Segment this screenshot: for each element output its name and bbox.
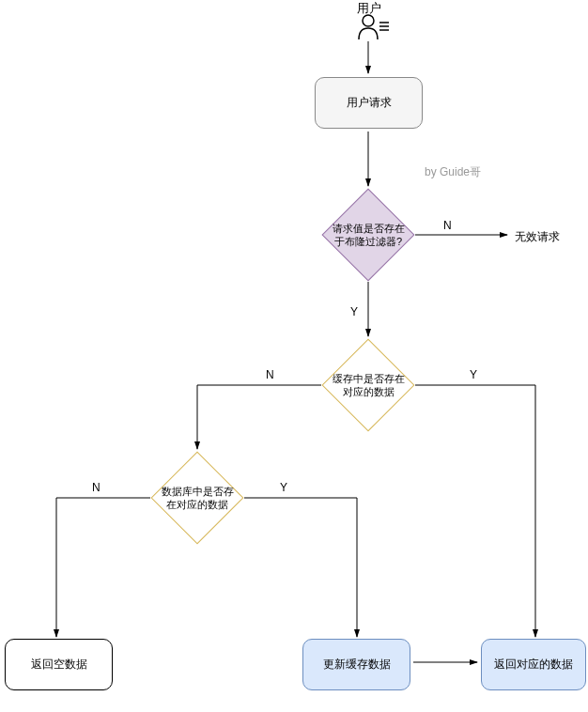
credit-text: by Guide哥 [425, 164, 481, 180]
node-update-cache: 更新缓存数据 [302, 639, 410, 690]
edge-label-yes: Y [470, 368, 477, 381]
edge-label-no: N [266, 368, 274, 381]
node-text: 用户请求 [347, 96, 392, 111]
edge-label-yes: Y [280, 481, 287, 494]
node-text: 返回对应的数据 [494, 658, 573, 673]
node-cache-check: 缓存中是否存在对应的数据 [321, 338, 415, 432]
node-text: 数据库中是否存在对应的数据 [150, 451, 244, 545]
node-user-request: 用户请求 [315, 77, 423, 129]
flowchart-connectors [0, 0, 588, 712]
node-db-check: 数据库中是否存在对应的数据 [150, 451, 244, 545]
actor-user: 用户 [357, 2, 395, 43]
node-return-empty: 返回空数据 [5, 639, 113, 690]
edge-label-yes: Y [350, 305, 358, 318]
edge-label-no: N [92, 481, 101, 494]
node-return-data: 返回对应的数据 [481, 639, 586, 690]
node-text: 更新缓存数据 [323, 658, 391, 673]
node-text: 缓存中是否存在对应的数据 [321, 338, 415, 432]
node-text: 请求值是否存在于布隆过滤器? [321, 188, 415, 282]
node-text: 返回空数据 [31, 658, 87, 673]
actor-label: 用户 [357, 0, 381, 17]
edge-label-no: N [443, 219, 452, 232]
node-bloom-filter: 请求值是否存在于布隆过滤器? [321, 188, 415, 282]
node-invalid-request: 无效请求 [515, 229, 560, 245]
